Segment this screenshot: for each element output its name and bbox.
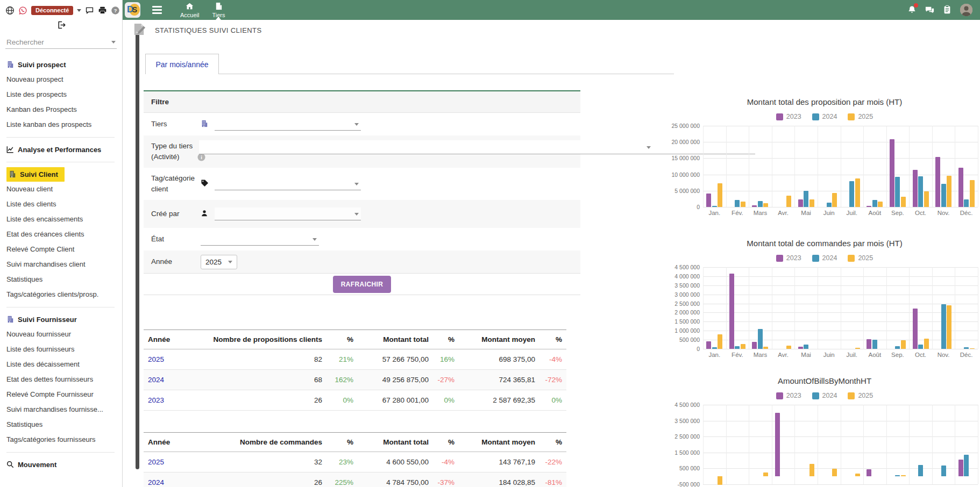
- topbar-icons: Déconnecté ?: [0, 0, 122, 15]
- notification-dot: [914, 3, 918, 8]
- bar-2023-Mars: [752, 205, 757, 207]
- nav-item-tiers[interactable]: Tiers: [205, 0, 231, 20]
- info-icon[interactable]: i: [197, 153, 205, 163]
- y-axis-label: 2 500 000: [666, 433, 700, 440]
- created-by-select[interactable]: [215, 207, 361, 220]
- status-caret-icon[interactable]: [77, 9, 81, 12]
- sidebar-item-relev-compte-fournisseur[interactable]: Relevé Compte Fournisseur: [6, 387, 122, 402]
- sidebar-item-suivi-marchandises-fournisse[interactable]: Suivi marchandises fournisse...: [6, 402, 122, 417]
- chart-legend: 202320242025: [669, 254, 980, 262]
- year-label: Année: [151, 256, 201, 267]
- navbar-right-icons: [907, 4, 980, 16]
- sidebar-item-liste-des-clients[interactable]: Liste des clients: [6, 197, 122, 212]
- filter-row-state: État: [144, 228, 580, 250]
- year-select[interactable]: 2025: [201, 255, 237, 269]
- year-link[interactable]: 2023: [148, 396, 164, 404]
- bar-2023-Mars: [752, 342, 757, 349]
- chat-icon[interactable]: [85, 5, 94, 15]
- tag-select[interactable]: [215, 177, 361, 190]
- comments-icon[interactable]: [925, 5, 935, 15]
- sidebar-item-tags-cat-gories-clients-prosp[interactable]: Tags/catégories clients/prosp.: [6, 287, 122, 302]
- bell-icon[interactable]: [907, 5, 917, 15]
- table-row: 202426225%4 784 750,00-37%184 028,85-81%: [144, 472, 566, 487]
- logout-icon[interactable]: [56, 20, 66, 30]
- sidebar-item-liste-des-prospects[interactable]: Liste des prospects: [6, 87, 122, 102]
- sidebar-item-suivi-marchandises-client[interactable]: Suivi marchandises client: [6, 257, 122, 272]
- sidebar-section-mouvement[interactable]: Mouvement: [6, 457, 122, 472]
- col-header: Nombre de commandes: [182, 433, 326, 452]
- status-badge[interactable]: Déconnecté: [31, 6, 73, 15]
- sidebar-item-etat-des-dettes-fournisseurs[interactable]: Etat des dettes fournisseurs: [6, 372, 122, 387]
- hamburger-menu-icon[interactable]: [152, 6, 162, 14]
- commandes-table: AnnéeNombre de commandes%Montant total%M…: [144, 432, 566, 487]
- year-link[interactable]: 2025: [148, 355, 164, 363]
- sidebar-item-statistiques[interactable]: Statistiques: [6, 417, 122, 432]
- bar-2023-Nov: [935, 157, 940, 207]
- table-row: 2023260%67 280 001,000%2 587 692,350%: [144, 390, 566, 411]
- avatar[interactable]: [960, 4, 972, 16]
- clipboard-icon[interactable]: [942, 5, 953, 15]
- sidebar-item-nouveau-prospect[interactable]: Nouveau prospect: [6, 72, 122, 87]
- bar-2024-Fév: [735, 200, 740, 207]
- bar-2024-Juil: [849, 181, 854, 207]
- globe-icon[interactable]: [5, 5, 15, 15]
- sidebar-item-liste-des-d-caissement[interactable]: Liste des décaissement: [6, 357, 122, 372]
- chart-title: Montant total de commandes par mois (HT): [669, 239, 980, 248]
- sidebar-item-nouveau-fournisseur[interactable]: Nouveau fournisseur: [6, 327, 122, 342]
- sidebar-menu: Suivi prospectNouveau prospectListe des …: [0, 49, 122, 472]
- sidebar-section-suivi-fournisseur[interactable]: Suivi Fournisseur: [6, 312, 122, 327]
- sidebar-item-liste-des-encaissements[interactable]: Liste des encaissements: [6, 212, 122, 227]
- table-row: 20253223%4 600 550,00-4%143 767,19-22%: [144, 452, 566, 472]
- legend-item-2025[interactable]: 2025: [848, 254, 873, 262]
- refresh-button[interactable]: RAFRAICHIR: [333, 276, 392, 293]
- y-axis-label: 3 500 000: [666, 418, 700, 424]
- filter-header: Filtre: [144, 91, 580, 113]
- bar-2024-Déc: [964, 455, 969, 476]
- legend-item-2024[interactable]: 2024: [812, 391, 837, 400]
- print-icon[interactable]: [98, 5, 107, 15]
- chart-plot: 25 000 00020 000 00015 000 00010 000 000…: [703, 126, 978, 207]
- sidebar-item-tags-cat-gories-fournisseurs[interactable]: Tags/catégories fournisseurs: [6, 432, 122, 447]
- legend-item-2023[interactable]: 2023: [776, 391, 801, 400]
- tiers-label: Tiers: [151, 119, 201, 130]
- vertical-scrollbar[interactable]: [136, 25, 139, 469]
- tiers-select[interactable]: [215, 118, 361, 131]
- state-select[interactable]: [201, 233, 319, 246]
- help-icon[interactable]: ?: [111, 5, 120, 15]
- building-icon: [201, 120, 208, 129]
- sidebar-section-suivi-prospect[interactable]: Suivi prospect: [6, 58, 122, 72]
- bar-2024-Mai: [804, 191, 808, 207]
- filter-row-tiers: Tiers: [144, 113, 580, 135]
- legend-item-2025[interactable]: 2025: [848, 112, 873, 121]
- filter-row-actions: RAFRAICHIR: [144, 273, 580, 295]
- whatsapp-icon[interactable]: [18, 5, 27, 15]
- sidebar-item-kanban-des-prospects[interactable]: Kanban des Prospects: [6, 102, 122, 117]
- sidebar-section-analyse-et-performances[interactable]: Analyse et Performances: [6, 142, 122, 157]
- sidebar-item-liste-des-fournisseurs[interactable]: Liste des fournisseurs: [6, 342, 122, 357]
- legend-item-2024[interactable]: 2024: [812, 254, 837, 262]
- nav-item-accueil[interactable]: Accueil: [174, 0, 205, 20]
- legend-item-2023[interactable]: 2023: [776, 112, 801, 121]
- sidebar-item-statistiques[interactable]: Statistiques: [6, 272, 122, 287]
- legend-item-2025[interactable]: 2025: [848, 391, 873, 400]
- page-title: STATISTIQUES SUIVI CLIENTS: [155, 26, 261, 34]
- sidebar-section-suivi-client[interactable]: Suivi Client: [6, 167, 65, 182]
- app-logo[interactable]: D S: [125, 2, 140, 18]
- year-link[interactable]: 2024: [148, 478, 164, 486]
- bar-2025-Sep: [901, 197, 906, 207]
- tab-par-mois-annee[interactable]: Par mois/année: [145, 54, 219, 74]
- year-link[interactable]: 2025: [148, 458, 164, 466]
- logout-row: [0, 20, 122, 32]
- search-caret-icon: [111, 41, 116, 44]
- sidebar-item-etat-des-cr-ances-clients[interactable]: Etat des créances clients: [6, 227, 122, 242]
- year-link[interactable]: 2024: [148, 376, 164, 384]
- y-axis-label: 3 500 000: [666, 282, 700, 289]
- bar-2025-Avr: [786, 196, 791, 207]
- sidebar-item-nouveau-client[interactable]: Nouveau client: [6, 182, 122, 197]
- sidebar-item-liste-kanban-des-prospects[interactable]: Liste kanban des prospects: [6, 117, 122, 132]
- bar-2023-Sep: [890, 139, 894, 207]
- legend-item-2024[interactable]: 2024: [812, 112, 837, 121]
- sidebar-item-relev-compte-client[interactable]: Relevé Compte Client: [6, 242, 122, 257]
- legend-item-2023[interactable]: 2023: [776, 254, 801, 262]
- search-input[interactable]: Rechercher: [5, 36, 117, 49]
